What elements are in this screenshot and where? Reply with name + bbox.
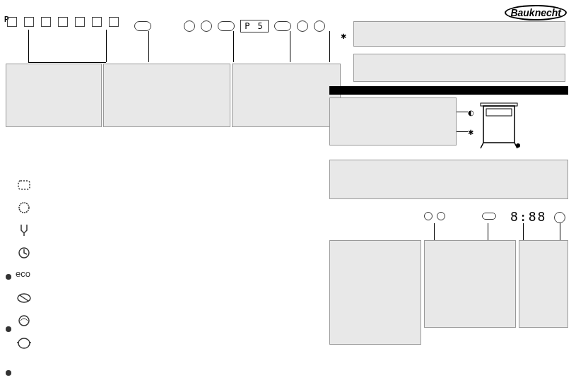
intensive-icon <box>16 201 33 215</box>
glass-icon <box>16 223 33 237</box>
eco-icon: eco <box>16 268 33 283</box>
prog-icon-5 <box>75 17 85 27</box>
bullet-dot <box>6 326 11 332</box>
svg-point-7 <box>19 203 29 213</box>
svg-point-12 <box>18 338 30 348</box>
connector-line <box>488 223 488 240</box>
option-button-3[interactable] <box>201 20 212 32</box>
small-button-1 <box>424 212 433 220</box>
rinse-aid-icon: ✱ <box>341 32 346 40</box>
prog-icon-1 <box>7 17 17 27</box>
start-button[interactable] <box>297 20 308 32</box>
connector-line <box>290 31 290 62</box>
svg-line-2 <box>481 143 483 148</box>
rinse-indicator-icon: ✱ <box>468 129 474 136</box>
small-pill <box>482 213 496 220</box>
prog-icon-7 <box>109 17 119 27</box>
connector-line <box>457 112 468 112</box>
control-panel-center: P 5 <box>134 20 325 32</box>
dishwasher-illustration <box>479 102 522 150</box>
prog-icon-3 <box>41 17 51 27</box>
info-box-bottom-2 <box>424 240 516 328</box>
small-button-2 <box>437 212 445 220</box>
info-box-right-1 <box>329 160 568 199</box>
panel-replica <box>424 212 496 220</box>
start-button-replica <box>554 212 565 223</box>
connector-line <box>523 223 524 240</box>
connector-line <box>233 31 234 62</box>
connector-line <box>106 30 107 62</box>
connector-line <box>329 31 330 62</box>
connector-line <box>28 62 106 63</box>
prog-icon-2 <box>24 17 34 27</box>
info-box-bottom-1 <box>329 240 421 345</box>
quick-icon <box>16 246 33 260</box>
svg-line-10 <box>20 295 28 301</box>
prog-icon-4 <box>58 17 68 27</box>
segment-display-bottom: 8:88 <box>510 209 546 224</box>
prewash-icon <box>16 314 33 328</box>
sensor-icon <box>16 178 33 192</box>
option-button-4[interactable] <box>218 21 235 31</box>
bullet-dot <box>6 274 11 280</box>
brand-text: Bauknecht <box>505 5 567 20</box>
program-icon-list: eco <box>16 178 33 350</box>
connector-line <box>148 31 149 62</box>
title-box-1 <box>353 21 565 47</box>
pot-icon <box>16 336 33 350</box>
info-box-bottom-3 <box>519 240 568 328</box>
delay-button[interactable] <box>274 21 291 31</box>
normal-icon <box>16 291 33 305</box>
brand-logo: Bauknecht <box>505 7 567 18</box>
info-box-3 <box>232 64 341 127</box>
connector-line <box>28 30 29 62</box>
title-box-2 <box>353 54 565 82</box>
svg-rect-1 <box>486 109 512 116</box>
svg-rect-6 <box>18 181 30 189</box>
connector-line <box>560 223 560 240</box>
salt-indicator-icon: ◐ <box>468 109 474 117</box>
option-button-2[interactable] <box>184 20 195 32</box>
bullet-dot <box>6 370 11 376</box>
svg-point-4 <box>516 143 520 148</box>
program-selector-icons <box>7 17 119 27</box>
section-divider <box>329 86 568 95</box>
svg-rect-0 <box>483 106 514 143</box>
option-button-1[interactable] <box>134 21 151 31</box>
prog-icon-6 <box>92 17 102 27</box>
connector-line <box>434 223 435 240</box>
cancel-button[interactable] <box>314 20 325 32</box>
info-box-2 <box>103 64 230 127</box>
info-box-1 <box>6 64 102 127</box>
connector-line <box>457 131 468 132</box>
indicator-box <box>329 97 457 146</box>
segment-display-top: P 5 <box>240 20 269 32</box>
